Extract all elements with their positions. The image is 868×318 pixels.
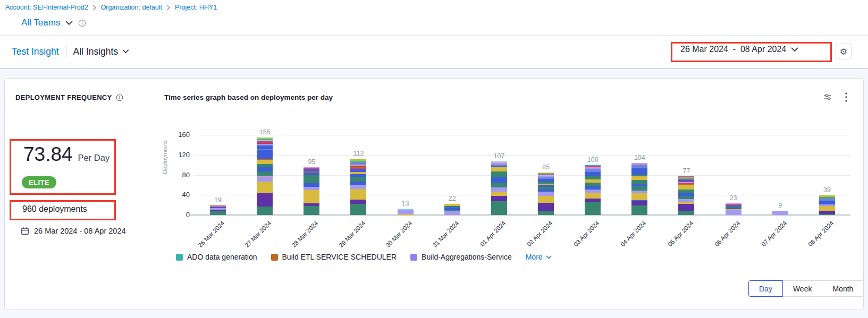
bar-value-label: 77	[683, 167, 690, 175]
stacked-bar[interactable]	[491, 161, 507, 215]
breadcrumb: Account: SEI-Internal-Prod2Organization:…	[5, 4, 217, 11]
bar-column[interactable]: 112	[335, 135, 382, 215]
bar-column[interactable]: 155	[241, 135, 288, 215]
deployment-frequency-widget: DEPLOYMENT FREQUENCY Time series graph b…	[4, 78, 864, 310]
stacked-bar[interactable]	[304, 167, 319, 215]
date-range-picker[interactable]: 26 Mar 2024 - 08 Apr 2024	[680, 45, 798, 54]
stacked-bar[interactable]	[210, 205, 226, 215]
stacked-bar[interactable]	[678, 176, 694, 215]
insight-scope-label: All Insights	[73, 46, 119, 57]
legend-swatch	[271, 254, 278, 261]
bar-segment	[631, 168, 647, 174]
bar-segment	[772, 211, 788, 215]
stacked-bar[interactable]	[257, 137, 273, 215]
stacked-bar[interactable]	[585, 165, 601, 215]
widget-filter-button[interactable]	[821, 90, 835, 104]
bar-segment	[538, 196, 554, 203]
x-axis-label: 30 Mar 2024	[378, 220, 413, 254]
legend-more-link[interactable]: More	[526, 253, 552, 261]
bar-segment	[257, 145, 273, 150]
info-icon[interactable]	[116, 94, 123, 101]
team-selector[interactable]: All Teams	[21, 18, 86, 28]
bar-segment	[819, 206, 835, 210]
bar-segment	[304, 183, 319, 187]
settings-button[interactable]: ⚙	[836, 44, 852, 59]
bar-column[interactable]: 77	[663, 135, 710, 215]
bar-column[interactable]: 100	[569, 135, 616, 215]
bar-segment	[585, 193, 601, 199]
insight-scope-dropdown[interactable]: All Insights	[73, 46, 130, 57]
bar-segment	[304, 175, 319, 183]
stacked-bar[interactable]	[726, 203, 741, 215]
y-axis-label: Deployments	[162, 128, 169, 186]
x-axis-label: 29 Mar 2024	[332, 220, 366, 254]
header-divider	[0, 35, 868, 36]
bar-value-label: 112	[353, 150, 364, 157]
x-axis-label: 07 Apr 2024	[753, 220, 788, 254]
legend-item[interactable]: Build-Aggregations-Service	[410, 253, 512, 261]
stacked-bar[interactable]	[819, 195, 835, 215]
granularity-week-button[interactable]: Week	[782, 280, 823, 297]
bar-segment	[819, 214, 835, 215]
x-axis-label: 05 Apr 2024	[660, 220, 694, 254]
bar-column[interactable]: 85	[523, 135, 569, 215]
bar-value-label: 155	[259, 128, 271, 136]
bar-value-label: 13	[402, 200, 409, 207]
info-icon[interactable]	[78, 19, 86, 27]
granularity-toggle: DayWeekMonth	[748, 280, 864, 297]
legend-swatch	[410, 254, 417, 261]
bar-column[interactable]: 39	[804, 135, 850, 215]
stacked-bar[interactable]	[444, 204, 460, 215]
bar-segment	[631, 205, 647, 215]
stacked-bar[interactable]	[772, 211, 788, 215]
chevron-down-icon	[122, 49, 129, 54]
bar-value-label: 104	[634, 154, 645, 161]
stacked-bar[interactable]	[398, 209, 414, 215]
bar-column[interactable]: 23	[710, 135, 757, 215]
date-range-label: 26 Mar 2024 - 08 Apr 2024	[680, 45, 786, 54]
bar-segment	[350, 185, 366, 189]
bar-segment	[350, 204, 366, 215]
x-axis-label: 31 Mar 2024	[425, 220, 460, 254]
breadcrumb-item[interactable]: Account: SEI-Internal-Prod2	[5, 4, 88, 11]
insight-name-link[interactable]: Test Insight	[12, 46, 59, 57]
bar-segment	[585, 183, 601, 187]
stacked-bar[interactable]	[538, 173, 554, 215]
legend-item[interactable]: ADO data generation	[176, 253, 257, 261]
bar-segment	[491, 187, 507, 192]
bar-column[interactable]: 22	[429, 135, 476, 215]
bar-segment	[444, 211, 460, 215]
bar-value-label: 9	[778, 202, 782, 209]
granularity-month-button[interactable]: Month	[822, 280, 864, 297]
breadcrumb-item[interactable]: Organization: default	[101, 4, 162, 11]
x-axis-label: 03 Apr 2024	[566, 220, 601, 254]
team-selector-label[interactable]: All Teams	[21, 18, 60, 28]
kebab-menu-icon	[845, 92, 847, 102]
stacked-bar[interactable]	[350, 159, 366, 215]
breadcrumb-item[interactable]: Project: HHY1	[175, 4, 217, 11]
legend-item[interactable]: Build ETL SERVICE SCHEDULER	[271, 253, 397, 261]
widget-title: DEPLOYMENT FREQUENCY	[15, 93, 123, 101]
bar-segment	[257, 207, 273, 215]
chevron-down-icon	[791, 47, 798, 52]
bar-value-label: 107	[493, 152, 504, 160]
widget-menu-button[interactable]	[840, 90, 852, 104]
legend-swatch	[176, 254, 183, 261]
bar-column[interactable]: 95	[288, 135, 335, 215]
bar-segment	[538, 211, 554, 215]
bar-column[interactable]: 13	[382, 135, 429, 215]
bar-column[interactable]: 9	[757, 135, 804, 215]
granularity-day-button[interactable]: Day	[748, 280, 783, 297]
x-axis-label: 08 Apr 2024	[800, 220, 835, 254]
bar-value-label: 22	[449, 195, 456, 202]
widget-title-text: DEPLOYMENT FREQUENCY	[15, 93, 112, 101]
bar-segment	[631, 165, 647, 169]
bar-column[interactable]: 19	[195, 135, 241, 215]
bar-column[interactable]: 107	[476, 135, 523, 215]
bar-value-label: 19	[214, 196, 222, 204]
stacked-bar[interactable]	[631, 163, 647, 215]
legend-label: ADO data generation	[187, 253, 257, 261]
bar-column[interactable]: 104	[616, 135, 663, 215]
bar-segment	[678, 193, 694, 197]
bar-segment	[304, 206, 319, 215]
